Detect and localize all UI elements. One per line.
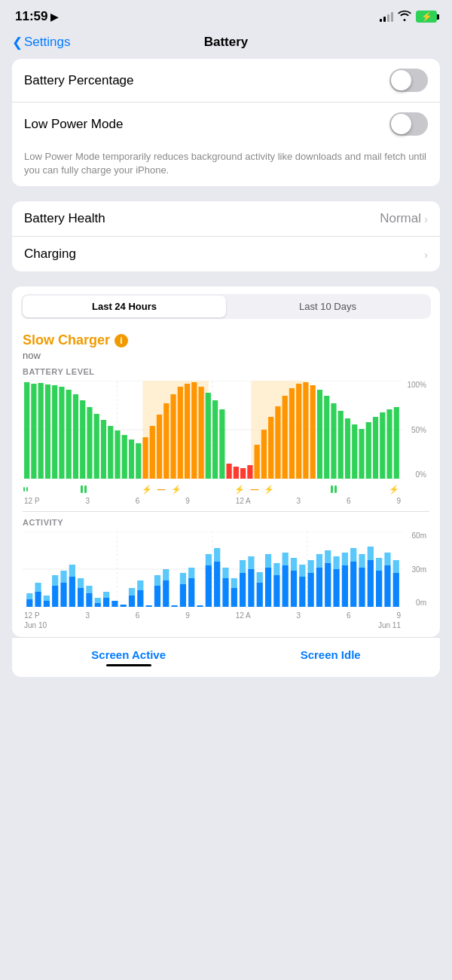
svg-rect-97 (163, 580, 169, 607)
svg-rect-110 (222, 568, 228, 578)
svg-rect-59 (380, 412, 385, 479)
settings-card-1: Battery Percentage Low Power Mode Low Po… (12, 59, 440, 186)
svg-rect-19 (101, 420, 106, 479)
now-label: now (12, 350, 440, 367)
act-x-label-12a: 12 A (236, 611, 251, 620)
svg-rect-53 (338, 411, 344, 479)
svg-rect-99 (171, 605, 177, 607)
svg-rect-16 (80, 400, 85, 479)
act-x-label-12p: 12 P (24, 611, 40, 620)
tab-24h-label: Last 24 Hours (92, 301, 157, 312)
svg-rect-37 (227, 464, 232, 479)
svg-rect-27 (157, 415, 162, 479)
charging-chevron-icon: › (424, 248, 428, 261)
svg-rect-36 (219, 409, 224, 479)
svg-rect-10 (38, 383, 44, 479)
svg-rect-130 (308, 560, 314, 573)
charging-row[interactable]: Charging › (12, 237, 440, 271)
y-label-50: 50% (405, 426, 426, 434)
x-label-6: 6 (136, 497, 140, 505)
svg-rect-113 (240, 573, 246, 607)
status-bar: 11:59 ▶ ⚡ (0, 0, 452, 29)
svg-rect-23 (129, 439, 134, 479)
svg-rect-86 (103, 598, 109, 607)
svg-rect-122 (273, 563, 279, 575)
svg-rect-18 (94, 414, 99, 479)
svg-rect-87 (103, 592, 109, 598)
x-label-3b: 3 (297, 497, 301, 505)
low-power-mode-row: Low Power Mode (12, 103, 440, 145)
svg-rect-96 (154, 575, 160, 586)
y-label-100: 100% (405, 381, 426, 389)
svg-rect-132 (316, 554, 322, 568)
activity-section: ACTIVITY (12, 518, 440, 629)
svg-rect-148 (384, 553, 390, 565)
battery-level-chart (23, 381, 402, 479)
svg-rect-146 (376, 558, 382, 571)
svg-rect-75 (52, 575, 58, 586)
svg-rect-124 (282, 553, 289, 565)
svg-rect-61 (394, 407, 399, 479)
svg-rect-136 (333, 556, 339, 569)
svg-rect-12 (52, 385, 57, 479)
settings-card-2: Battery Health Normal › Charging › (12, 201, 440, 271)
svg-rect-35 (212, 400, 218, 479)
battery-bolt: ⚡ (421, 11, 432, 22)
x-label-12p: 12 P (24, 497, 40, 505)
svg-rect-30 (178, 387, 183, 479)
svg-rect-141 (359, 568, 365, 607)
svg-rect-56 (359, 429, 364, 479)
svg-rect-31 (185, 384, 190, 479)
location-icon: ▶ (50, 11, 58, 23)
status-icons: ⚡ (380, 11, 437, 23)
slow-charger-row: Slow Charger i (12, 329, 440, 350)
svg-rect-109 (222, 578, 228, 607)
svg-rect-118 (257, 572, 263, 583)
battery-health-row[interactable]: Battery Health Normal › (12, 201, 440, 237)
svg-rect-84 (95, 603, 101, 607)
svg-rect-103 (188, 568, 194, 578)
x-label-6b: 6 (347, 497, 351, 505)
svg-rect-102 (188, 578, 194, 607)
act-y-label-0m: 0m (405, 599, 426, 607)
battery-health-label: Battery Health (24, 211, 105, 226)
tab-last-24-hours[interactable]: Last 24 Hours (23, 296, 226, 317)
svg-rect-55 (352, 424, 357, 479)
svg-rect-45 (282, 396, 288, 479)
back-button[interactable]: ❮ Settings (12, 35, 70, 51)
battery-percentage-toggle[interactable] (389, 69, 428, 92)
info-icon[interactable]: i (115, 334, 128, 348)
act-x-label-6b: 6 (347, 611, 351, 620)
x-label-12a: 12 A (236, 497, 251, 505)
x-label-3: 3 (85, 497, 90, 505)
svg-rect-70 (35, 592, 41, 607)
low-power-mode-toggle[interactable] (389, 112, 428, 136)
page-title: Battery (204, 35, 249, 50)
svg-rect-17 (87, 407, 92, 479)
svg-rect-104 (197, 605, 203, 607)
svg-rect-116 (248, 556, 254, 569)
back-label: Settings (24, 35, 70, 50)
svg-rect-52 (331, 403, 336, 479)
svg-rect-40 (247, 465, 252, 479)
svg-rect-57 (366, 422, 371, 479)
svg-rect-33 (198, 387, 203, 479)
svg-rect-127 (299, 577, 305, 607)
svg-rect-98 (163, 569, 169, 580)
y-label-0: 0% (405, 470, 426, 479)
svg-rect-81 (78, 578, 84, 588)
svg-rect-41 (255, 445, 260, 479)
svg-rect-71 (35, 583, 41, 592)
svg-rect-125 (291, 571, 297, 607)
svg-rect-25 (142, 437, 148, 479)
chevron-right-icon: › (424, 213, 428, 225)
svg-rect-133 (325, 563, 331, 607)
svg-rect-138 (342, 553, 348, 565)
svg-rect-100 (180, 584, 186, 607)
charging-right: › (424, 248, 428, 261)
svg-rect-83 (86, 586, 92, 593)
battery-percentage-row: Battery Percentage (12, 59, 440, 103)
svg-rect-29 (170, 394, 176, 479)
tab-last-10-days[interactable]: Last 10 Days (226, 296, 429, 317)
wifi-icon (398, 11, 411, 23)
